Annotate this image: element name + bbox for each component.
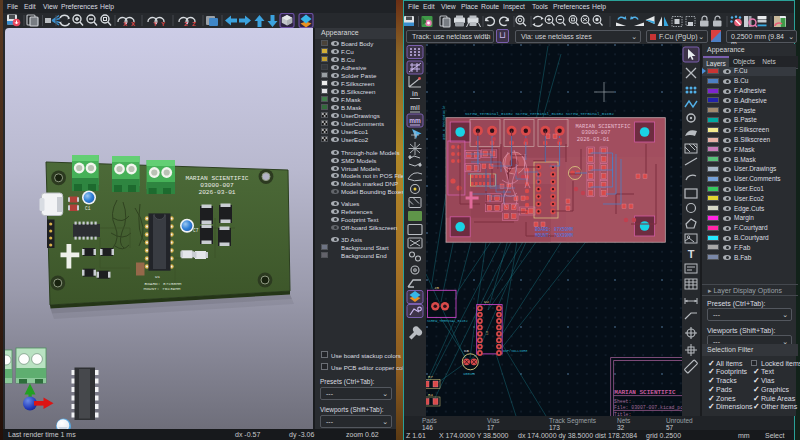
svg-text:R4: R4 (428, 393, 433, 397)
svg-text:MOUNT: 76X39MM: MOUNT: 76X39MM (535, 233, 573, 238)
svg-text:X: X (131, 21, 135, 27)
svg-text:03000-007: 03000-007 (200, 182, 234, 189)
svg-text:DIP/SDLLIOHE: DIP/SDLLIOHE (503, 349, 527, 353)
svg-text:T: T (688, 248, 695, 260)
svg-text:Y: Y (153, 21, 157, 27)
svg-text:03000-007: 03000-007 (581, 130, 610, 136)
svg-text:MARIAN SCIENTIFIC: MARIAN SCIENTIFIC (185, 175, 248, 182)
svg-text:100uF: 100uF (463, 372, 475, 376)
svg-text:mm: mm (409, 117, 421, 124)
svg-text:L3: L3 (485, 331, 489, 335)
svg-text:Z: Z (184, 21, 188, 27)
svg-text:U1: U1 (155, 275, 161, 279)
svg-text:MARIAN SCIENTIFIC: MARIAN SCIENTIFIC (576, 124, 631, 130)
svg-text:MOUNT: 76X39MM: MOUNT: 76X39MM (144, 286, 181, 291)
svg-text:2026-03-01: 2026-03-01 (198, 189, 235, 196)
svg-text:C1: C1 (85, 206, 91, 211)
svg-text:Screw_Terminal_01x02 Screw_Te: Screw_Terminal_01x02 Screw_Terminal_01x0… (465, 112, 614, 116)
svg-text:C6: C6 (464, 349, 470, 353)
svg-text:J5: J5 (434, 286, 440, 290)
svg-text:File: 03007-007.kicad_pc: File: 03007-007.kicad_pc (614, 405, 682, 410)
svg-text:BOARD: 87X50MM: BOARD: 87X50MM (535, 227, 573, 232)
svg-text:in: in (412, 90, 418, 97)
svg-text:USB_C_Receptacle: USB_C_Receptacle (442, 105, 446, 140)
svg-text:Z: Z (192, 21, 196, 27)
svg-text:SCREW_TERMINAL_01X02: SCREW_TERMINAL_01X02 (427, 319, 468, 323)
svg-text:2026-03-01: 2026-03-01 (577, 137, 609, 143)
svg-text:MARIAN SCIENTIFIC: MARIAN SCIENTIFIC (614, 389, 676, 396)
svg-text:C7: C7 (193, 228, 199, 233)
svg-text:mil: mil (410, 104, 420, 111)
svg-text:X: X (123, 21, 127, 27)
svg-text:Y: Y (161, 21, 165, 27)
svg-text:Sheet:: Sheet: (614, 399, 631, 404)
svg-text:R7: R7 (428, 375, 433, 379)
svg-text:U2: U2 (484, 300, 490, 304)
